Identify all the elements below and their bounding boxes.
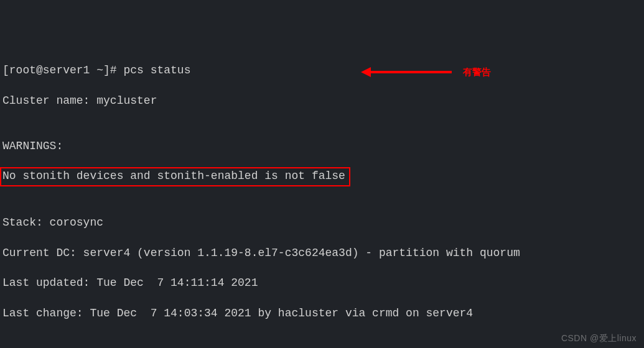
annotation-arrow: 有警告 (361, 66, 491, 78)
output-warning-row: No stonith devices and stonith-enabled i… (2, 168, 644, 185)
output-warnings-header: WARNINGS: (2, 139, 644, 153)
prompt-prefix: [root@server1 ~]# (2, 64, 117, 76)
watermark-text: CSDN @爱上linux (561, 332, 637, 344)
output-cluster-name: Cluster name: mycluster (2, 93, 644, 108)
annotation-label: 有警告 (463, 66, 491, 78)
warning-highlight-box: No stonith devices and stonith-enabled i… (0, 167, 350, 186)
command-text: pcs status (123, 64, 190, 76)
warning-text: No stonith devices and stonith-enabled i… (2, 170, 345, 182)
arrow-shaft (371, 71, 452, 73)
output-stack: Stack: corosync (2, 215, 644, 230)
output-current-dc: Current DC: server4 (version 1.1.19-8.el… (2, 245, 644, 260)
output-last-updated: Last updated: Tue Dec 7 14:11:14 2021 (2, 275, 644, 290)
prompt-line[interactable]: [root@server1 ~]# pcs status (2, 63, 644, 78)
arrow-left-icon (361, 67, 371, 77)
output-last-change: Last change: Tue Dec 7 14:03:34 2021 by … (2, 306, 644, 321)
